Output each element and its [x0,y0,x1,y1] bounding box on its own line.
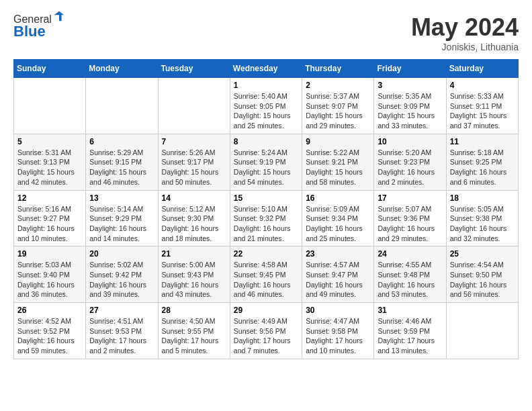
calendar-cell: 13Sunrise: 5:14 AM Sunset: 9:29 PM Dayli… [86,190,158,246]
day-number: 12 [17,193,82,203]
day-info: Sunrise: 4:58 AM Sunset: 9:45 PM Dayligh… [234,260,298,300]
day-info: Sunrise: 5:29 AM Sunset: 9:15 PM Dayligh… [89,148,154,187]
calendar-cell: 2Sunrise: 5:37 AM Sunset: 9:07 PM Daylig… [302,78,374,134]
calendar-table: SundayMondayTuesdayWednesdayThursdayFrid… [13,59,519,359]
calendar-cell: 26Sunrise: 4:52 AM Sunset: 9:52 PM Dayli… [14,303,86,359]
calendar-cell: 1Sunrise: 5:40 AM Sunset: 9:05 PM Daylig… [230,78,302,134]
day-info: Sunrise: 4:46 AM Sunset: 9:59 PM Dayligh… [378,316,442,356]
day-number: 18 [450,193,515,203]
day-number: 14 [162,193,226,203]
day-info: Sunrise: 5:26 AM Sunset: 9:17 PM Dayligh… [162,148,226,187]
day-number: 4 [450,81,515,90]
day-number: 25 [450,249,515,259]
day-number: 6 [89,137,154,146]
day-number: 21 [162,249,226,259]
day-info: Sunrise: 5:33 AM Sunset: 9:11 PM Dayligh… [450,91,515,131]
calendar-cell: 12Sunrise: 5:16 AM Sunset: 9:27 PM Dayli… [14,190,86,246]
calendar-cell: 29Sunrise: 4:49 AM Sunset: 9:56 PM Dayli… [230,303,302,359]
day-info: Sunrise: 5:18 AM Sunset: 9:25 PM Dayligh… [450,148,515,187]
day-number: 13 [89,193,154,203]
calendar-cell: 10Sunrise: 5:20 AM Sunset: 9:23 PM Dayli… [374,134,446,190]
day-info: Sunrise: 4:54 AM Sunset: 9:50 PM Dayligh… [450,260,515,300]
calendar-cell: 28Sunrise: 4:50 AM Sunset: 9:55 PM Dayli… [158,303,230,359]
day-info: Sunrise: 5:31 AM Sunset: 9:13 PM Dayligh… [17,148,82,187]
day-info: Sunrise: 5:24 AM Sunset: 9:19 PM Dayligh… [234,148,298,187]
day-number: 16 [306,193,370,203]
weekday-header-sunday: Sunday [14,60,86,78]
day-number: 5 [17,137,82,146]
day-info: Sunrise: 5:12 AM Sunset: 9:30 PM Dayligh… [162,204,226,244]
weekday-header-friday: Friday [374,60,446,78]
day-number: 7 [162,137,226,146]
calendar-header: SundayMondayTuesdayWednesdayThursdayFrid… [14,60,519,78]
day-number: 27 [89,306,154,315]
weekday-header-thursday: Thursday [302,60,374,78]
calendar-cell: 16Sunrise: 5:09 AM Sunset: 9:34 PM Dayli… [302,190,374,246]
day-info: Sunrise: 5:14 AM Sunset: 9:29 PM Dayligh… [89,204,154,244]
calendar-cell: 19Sunrise: 5:03 AM Sunset: 9:40 PM Dayli… [14,246,86,303]
calendar-cell: 5Sunrise: 5:31 AM Sunset: 9:13 PM Daylig… [14,134,86,190]
calendar-cell: 3Sunrise: 5:35 AM Sunset: 9:09 PM Daylig… [374,78,446,134]
weekday-header-wednesday: Wednesday [230,60,302,78]
day-number: 31 [378,306,442,315]
day-info: Sunrise: 4:47 AM Sunset: 9:58 PM Dayligh… [306,316,370,356]
location-label: Joniskis, Lithuania [411,42,519,52]
calendar-cell: 17Sunrise: 5:07 AM Sunset: 9:36 PM Dayli… [374,190,446,246]
day-number: 1 [234,81,298,90]
logo-flag-icon [53,10,65,22]
calendar-cell [158,78,230,134]
calendar-cell: 22Sunrise: 4:58 AM Sunset: 9:45 PM Dayli… [230,246,302,303]
calendar-cell: 8Sunrise: 5:24 AM Sunset: 9:19 PM Daylig… [230,134,302,190]
calendar-cell: 14Sunrise: 5:12 AM Sunset: 9:30 PM Dayli… [158,190,230,246]
calendar-cell: 18Sunrise: 5:05 AM Sunset: 9:38 PM Dayli… [446,190,518,246]
day-number: 9 [306,137,370,146]
day-number: 24 [378,249,442,259]
calendar-cell: 11Sunrise: 5:18 AM Sunset: 9:25 PM Dayli… [446,134,518,190]
calendar-cell: 21Sunrise: 5:00 AM Sunset: 9:43 PM Dayli… [158,246,230,303]
calendar-week-row: 26Sunrise: 4:52 AM Sunset: 9:52 PM Dayli… [14,303,519,359]
calendar-cell: 27Sunrise: 4:51 AM Sunset: 9:53 PM Dayli… [86,303,158,359]
weekday-header-row: SundayMondayTuesdayWednesdayThursdayFrid… [14,60,519,78]
day-number: 28 [162,306,226,315]
day-number: 29 [234,306,298,315]
calendar-cell: 31Sunrise: 4:46 AM Sunset: 9:59 PM Dayli… [374,303,446,359]
logo: General Blue [13,13,65,40]
month-title: May 2024 [411,13,519,42]
day-info: Sunrise: 5:05 AM Sunset: 9:38 PM Dayligh… [450,204,515,244]
day-info: Sunrise: 5:03 AM Sunset: 9:40 PM Dayligh… [17,260,82,300]
day-info: Sunrise: 4:51 AM Sunset: 9:53 PM Dayligh… [89,316,154,356]
day-info: Sunrise: 5:20 AM Sunset: 9:23 PM Dayligh… [378,148,442,187]
day-info: Sunrise: 5:09 AM Sunset: 9:34 PM Dayligh… [306,204,370,244]
day-number: 30 [306,306,370,315]
day-number: 15 [234,193,298,203]
page-header: General Blue May 2024 Joniskis, Lithuani… [13,13,519,52]
calendar-week-row: 19Sunrise: 5:03 AM Sunset: 9:40 PM Dayli… [14,246,519,303]
day-info: Sunrise: 4:49 AM Sunset: 9:56 PM Dayligh… [234,316,298,356]
day-info: Sunrise: 4:55 AM Sunset: 9:48 PM Dayligh… [378,260,442,300]
day-number: 26 [17,306,82,315]
day-number: 11 [450,137,515,146]
calendar-cell: 20Sunrise: 5:02 AM Sunset: 9:42 PM Dayli… [86,246,158,303]
day-number: 19 [17,249,82,259]
calendar-cell [14,78,86,134]
weekday-header-tuesday: Tuesday [158,60,230,78]
weekday-header-monday: Monday [86,60,158,78]
day-info: Sunrise: 5:37 AM Sunset: 9:07 PM Dayligh… [306,91,370,131]
day-number: 22 [234,249,298,259]
logo-blue-text: Blue [13,23,65,40]
day-info: Sunrise: 5:40 AM Sunset: 9:05 PM Dayligh… [234,91,298,131]
day-info: Sunrise: 4:52 AM Sunset: 9:52 PM Dayligh… [17,316,82,356]
day-number: 2 [306,81,370,90]
day-info: Sunrise: 5:10 AM Sunset: 9:32 PM Dayligh… [234,204,298,244]
calendar-cell: 30Sunrise: 4:47 AM Sunset: 9:58 PM Dayli… [302,303,374,359]
day-info: Sunrise: 4:57 AM Sunset: 9:47 PM Dayligh… [306,260,370,300]
calendar-week-row: 1Sunrise: 5:40 AM Sunset: 9:05 PM Daylig… [14,78,519,134]
calendar-body: 1Sunrise: 5:40 AM Sunset: 9:05 PM Daylig… [14,78,519,359]
calendar-cell: 9Sunrise: 5:22 AM Sunset: 9:21 PM Daylig… [302,134,374,190]
calendar-week-row: 5Sunrise: 5:31 AM Sunset: 9:13 PM Daylig… [14,134,519,190]
calendar-cell: 15Sunrise: 5:10 AM Sunset: 9:32 PM Dayli… [230,190,302,246]
day-info: Sunrise: 5:35 AM Sunset: 9:09 PM Dayligh… [378,91,442,131]
day-number: 3 [378,81,442,90]
day-info: Sunrise: 5:07 AM Sunset: 9:36 PM Dayligh… [378,204,442,244]
calendar-cell: 6Sunrise: 5:29 AM Sunset: 9:15 PM Daylig… [86,134,158,190]
